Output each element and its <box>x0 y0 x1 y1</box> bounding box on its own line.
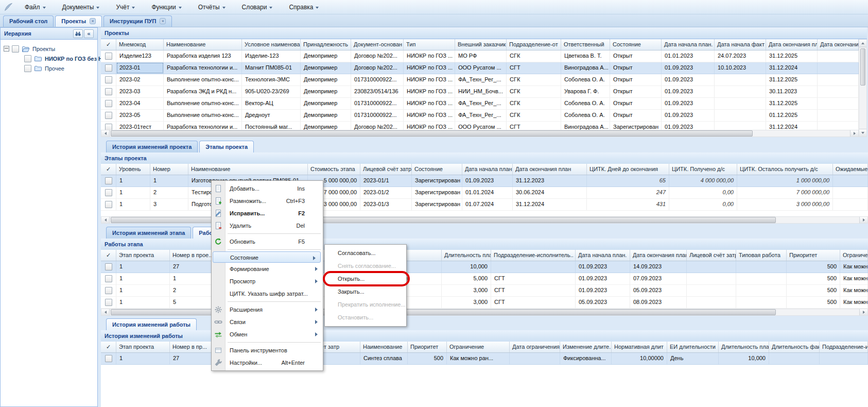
column-header[interactable]: ЦИТК. Дней до окончания <box>587 164 669 175</box>
column-header[interactable]: Приоритет <box>787 250 840 261</box>
tree-checkbox[interactable] <box>24 65 31 72</box>
context-menu-item[interactable]: Панель инструментов <box>212 344 322 357</box>
column-header[interactable]: Дата окончания ф <box>818 39 859 50</box>
row-checkbox[interactable] <box>105 88 112 95</box>
column-header[interactable]: Лицевой счёт затрат. <box>360 164 412 175</box>
column-header[interactable]: Дата ограничения <box>510 342 560 352</box>
column-header[interactable]: Тип <box>404 39 455 50</box>
column-header[interactable]: Изменение длите. <box>560 342 612 352</box>
row-checkbox[interactable] <box>105 76 112 83</box>
column-header[interactable]: Принадлежность <box>301 39 351 50</box>
scroll-down-button[interactable] <box>859 129 866 137</box>
column-header[interactable]: Номер <box>150 164 188 175</box>
column-header[interactable]: Типовая работа <box>736 250 787 261</box>
stages-tab-1[interactable]: Этапы проекта <box>199 141 254 152</box>
row-checkbox[interactable] <box>105 355 112 362</box>
scroll-left-button[interactable] <box>101 130 110 137</box>
column-header[interactable]: Дата начала факт <box>715 39 766 50</box>
row-checkbox[interactable] <box>105 287 112 294</box>
column-header[interactable]: Ограничение <box>840 250 868 261</box>
column-header[interactable]: Ограничение <box>447 342 510 352</box>
row-checkbox[interactable] <box>105 275 112 282</box>
column-header[interactable]: Уровень <box>116 164 150 175</box>
v-scrollbar[interactable] <box>859 39 867 137</box>
row-checkbox[interactable] <box>105 53 112 60</box>
menubar-item-функции[interactable]: Функции <box>147 2 185 12</box>
context-menu-item[interactable]: Обмен <box>212 328 322 341</box>
window-tab-1[interactable]: Проекты× <box>55 15 102 27</box>
column-header[interactable]: Ожидаемые <box>833 164 868 175</box>
row-checkbox[interactable] <box>105 100 112 107</box>
history-tab-0[interactable]: История изменений работы <box>106 318 197 330</box>
column-header[interactable]: ЦИТК. Получено д/с <box>669 164 737 175</box>
column-header[interactable]: Дата начала план. <box>662 39 715 50</box>
tree-expander-icon[interactable] <box>4 46 9 52</box>
column-header[interactable]: Дата окончания план <box>630 250 687 261</box>
row-checkbox[interactable] <box>105 189 112 196</box>
column-header[interactable]: Дата начала план <box>462 164 513 175</box>
tree-node[interactable]: НИОКР по ГОЗ без НДС <box>2 54 96 63</box>
search-binoculars-button[interactable] <box>73 29 83 38</box>
context-menu-item[interactable]: Добавить...Ins <box>212 182 322 195</box>
row-checkbox[interactable] <box>105 263 112 270</box>
menubar-item-файл[interactable]: Файл <box>21 2 50 12</box>
context-menu-item[interactable]: Формирование <box>212 263 322 275</box>
column-header[interactable]: ✓ <box>101 342 116 352</box>
column-header[interactable]: Дата окончания план <box>513 164 587 175</box>
column-header[interactable]: Длительность пла <box>719 342 769 352</box>
column-header[interactable]: Состояние <box>610 39 662 50</box>
column-header[interactable]: Подразделение-от <box>507 39 561 50</box>
column-header[interactable]: Дата окончания пл <box>766 39 818 50</box>
column-header[interactable]: Условное наименова <box>242 39 301 50</box>
table-row[interactable]: 2023-01Разработка технологии и...Магнит … <box>101 62 859 74</box>
column-header[interactable]: Подразделение-исполнитель.. <box>491 250 576 261</box>
column-header[interactable]: Стоимость этапа <box>308 164 360 175</box>
submenu-item-3[interactable]: Закрыть... <box>325 285 406 298</box>
context-menu-item[interactable]: ОбновитьF5 <box>212 235 322 248</box>
table-row[interactable]: 2023-03Разработка ЭКД и РКД н...905-U020… <box>101 86 859 98</box>
column-header[interactable]: Приоритет <box>408 342 447 352</box>
h-scrollbar-thumb[interactable] <box>111 130 753 137</box>
column-header[interactable]: Дата начала план. <box>576 250 630 261</box>
column-header[interactable]: Длительность фак <box>769 342 820 352</box>
h-scrollbar-thumb[interactable] <box>111 309 776 315</box>
collapse-panel-button[interactable]: « <box>84 29 94 38</box>
column-header[interactable]: ✓ <box>101 39 116 50</box>
window-tab-0[interactable]: Рабочий стол <box>3 15 54 27</box>
tree-node[interactable]: Проекты <box>2 44 96 54</box>
column-header[interactable]: Внешний заказчик <box>455 39 507 50</box>
column-header[interactable]: Ответственный <box>561 39 610 50</box>
stages-tab-0[interactable]: История изменений проекта <box>106 141 198 152</box>
tab-close-icon[interactable]: × <box>90 18 96 24</box>
column-header[interactable]: ✓ <box>101 164 116 175</box>
context-menu-item[interactable]: Связи <box>212 316 322 328</box>
row-checkbox[interactable] <box>105 201 112 208</box>
works-tab-0[interactable]: История изменений этапа <box>106 227 191 239</box>
h-scrollbar[interactable] <box>101 130 859 137</box>
row-checkbox[interactable] <box>105 64 112 72</box>
column-header[interactable]: ЦИТК. Осталось получить д/с <box>737 164 833 175</box>
row-checkbox[interactable] <box>105 112 112 119</box>
table-row[interactable]: Изделие123Разработка изделия 123Изделие-… <box>101 50 859 62</box>
column-header[interactable]: Наименование <box>360 342 408 352</box>
scroll-left-button[interactable] <box>101 309 110 315</box>
submenu-item-0[interactable]: Согласовать... <box>325 247 406 260</box>
menubar-item-документы[interactable]: Документы <box>58 2 104 12</box>
column-header[interactable]: Наименование <box>164 39 242 50</box>
menubar-item-словари[interactable]: Словари <box>238 2 277 12</box>
column-header[interactable]: Нормативная длит <box>612 342 667 352</box>
column-header[interactable]: Мнемокод <box>116 39 164 50</box>
scroll-right-button[interactable] <box>859 309 867 315</box>
window-tab-2[interactable]: Инструкции ПУП× <box>103 15 172 27</box>
column-header[interactable]: Лицевой счёт затр <box>687 250 736 261</box>
context-menu-item[interactable]: Размножить...Ctrl+F3 <box>212 195 322 207</box>
h-scrollbar-thumb[interactable] <box>111 217 776 223</box>
column-header[interactable]: Подразделение-ис <box>820 342 868 352</box>
context-menu-item[interactable]: Просмотр <box>212 275 322 287</box>
column-header[interactable]: Этап проекта <box>116 342 170 352</box>
row-checkbox[interactable] <box>105 177 112 184</box>
context-menu-item[interactable]: Состояние <box>213 251 321 263</box>
context-menu-item[interactable]: ЦИТК. Указать шифр затрат... <box>212 287 322 300</box>
menubar-item-справка[interactable]: Справка <box>285 2 323 12</box>
table-row[interactable]: 2023-04Выполнение опытно-конс...Вектор-А… <box>101 98 859 110</box>
